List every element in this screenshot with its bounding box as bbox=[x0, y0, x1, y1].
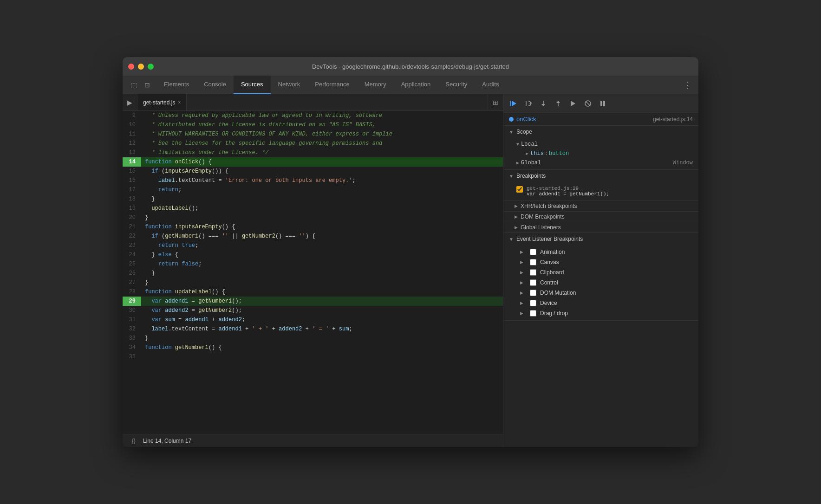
xhr-section-header[interactable]: ▶ XHR/fetch Breakpoints bbox=[503, 201, 698, 211]
global-value: Window bbox=[673, 160, 693, 166]
code-line: 27 } bbox=[123, 278, 503, 287]
inspect-icon[interactable]: ⬚ bbox=[128, 79, 140, 90]
dom-mutation-checkbox[interactable] bbox=[530, 290, 536, 296]
tab-audits[interactable]: Audits bbox=[475, 76, 506, 94]
title-bar: DevTools - googlechrome.github.io/devtoo… bbox=[123, 57, 698, 76]
control-checkbox[interactable] bbox=[530, 279, 536, 286]
event-canvas-item[interactable]: ▶ Canvas bbox=[503, 257, 698, 267]
canvas-arrow-icon: ▶ bbox=[520, 260, 523, 265]
clipboard-label: Clipboard bbox=[540, 269, 564, 276]
svg-marker-0 bbox=[512, 101, 516, 106]
breakpoint-hit-bar: onClick get-started.js:14 bbox=[503, 113, 698, 126]
pause-on-exceptions-button[interactable] bbox=[596, 98, 609, 109]
status-bar: {} Line 14, Column 17 bbox=[123, 434, 503, 447]
code-line: 31 var sum = addend1 + addend2; bbox=[123, 315, 503, 324]
code-line: 18 } bbox=[123, 194, 503, 204]
xhr-breakpoints-section: ▶ XHR/fetch Breakpoints bbox=[503, 201, 698, 212]
dom-arrow-icon: ▶ bbox=[515, 214, 518, 219]
svg-marker-8 bbox=[571, 101, 575, 106]
svg-marker-5 bbox=[541, 104, 545, 106]
minimize-button[interactable] bbox=[138, 64, 144, 70]
local-label: Local bbox=[521, 141, 538, 148]
breakpoint-item[interactable]: get-started.js:29 var addend1 = getNumbe… bbox=[503, 184, 698, 199]
traffic-lights bbox=[128, 64, 154, 70]
svg-marker-2 bbox=[529, 102, 532, 103]
event-control-item[interactable]: ▶ Control bbox=[503, 278, 698, 288]
event-animation-item[interactable]: ▶ Animation bbox=[503, 247, 698, 257]
resume-button[interactable] bbox=[507, 98, 520, 109]
code-line-29: 29 var addend1 = getNumber1(); bbox=[123, 297, 503, 306]
deactivate-breakpoints-button[interactable] bbox=[581, 98, 594, 109]
tab-console[interactable]: Console bbox=[196, 76, 234, 94]
file-tab-get-started[interactable]: get-started.js × bbox=[137, 94, 187, 110]
code-line: 15 if (inputsAreEmpty()) { bbox=[123, 167, 503, 176]
tab-memory[interactable]: Memory bbox=[357, 76, 394, 94]
dom-section-header[interactable]: ▶ DOM Breakpoints bbox=[503, 212, 698, 222]
event-listener-content: ▶ Animation ▶ Canvas ▶ bbox=[503, 245, 698, 320]
global-scope-item[interactable]: ▶ Global Window bbox=[503, 158, 698, 168]
xhr-section-title: XHR/fetch Breakpoints bbox=[521, 203, 577, 209]
breakpoint-function-label: onClick bbox=[516, 116, 536, 123]
event-clipboard-item[interactable]: ▶ Clipboard bbox=[503, 267, 698, 278]
event-listener-header[interactable]: ▼ Event Listener Breakpoints bbox=[503, 233, 698, 245]
code-line: 24 } else { bbox=[123, 250, 503, 259]
tab-elements[interactable]: Elements bbox=[156, 76, 196, 94]
step-out-button[interactable] bbox=[552, 98, 565, 109]
canvas-checkbox[interactable] bbox=[530, 259, 536, 265]
file-tab-name: get-started.js bbox=[143, 99, 175, 106]
scope-section-header[interactable]: ▼ Scope bbox=[503, 126, 698, 138]
code-line: 35 bbox=[123, 352, 503, 362]
devtools-window: DevTools - googlechrome.github.io/devtoo… bbox=[123, 57, 698, 447]
tab-application[interactable]: Application bbox=[394, 76, 438, 94]
file-tab-bar: ▶ get-started.js × ⊞ bbox=[123, 94, 503, 111]
tab-sources[interactable]: Sources bbox=[234, 76, 271, 94]
this-scope-item[interactable]: ▶ this : button bbox=[503, 149, 698, 158]
svg-rect-1 bbox=[510, 101, 511, 106]
step-button[interactable] bbox=[567, 98, 580, 109]
code-editor[interactable]: 9 * Unless required by applicable law or… bbox=[123, 111, 503, 434]
this-key: this bbox=[530, 150, 544, 157]
file-tab-close[interactable]: × bbox=[178, 100, 181, 105]
xhr-arrow-icon: ▶ bbox=[515, 204, 518, 208]
code-line: 32 label.textContent = addend1 + ' + ' +… bbox=[123, 324, 503, 334]
event-dom-mutation-item[interactable]: ▶ DOM Mutation bbox=[503, 288, 698, 298]
format-button[interactable]: ⊞ bbox=[488, 94, 503, 110]
more-tabs-button[interactable]: ⋮ bbox=[679, 80, 697, 90]
drag-drop-checkbox[interactable] bbox=[530, 310, 536, 317]
debugger-content[interactable]: onClick get-started.js:14 ▼ Scope ▼ Loca… bbox=[503, 113, 698, 447]
code-line: 33 } bbox=[123, 334, 503, 343]
toggle-sidebar-button[interactable]: ▶ bbox=[123, 94, 137, 110]
local-scope-item[interactable]: ▼ Local bbox=[503, 140, 698, 149]
control-label: Control bbox=[540, 279, 558, 286]
animation-checkbox[interactable] bbox=[530, 249, 536, 255]
global-arrow-icon: ▶ bbox=[516, 160, 519, 166]
step-into-button[interactable] bbox=[537, 98, 550, 109]
tab-performance[interactable]: Performance bbox=[307, 76, 357, 94]
breakpoints-section-header[interactable]: ▼ Breakpoints bbox=[503, 170, 698, 182]
tab-network[interactable]: Network bbox=[271, 76, 308, 94]
device-icon[interactable]: ⊡ bbox=[142, 79, 153, 90]
svg-marker-7 bbox=[556, 101, 560, 103]
device-checkbox[interactable] bbox=[530, 300, 536, 306]
breakpoint-code: var addend1 = getNumber1(); bbox=[527, 191, 609, 197]
breakpoints-section-content: get-started.js:29 var addend1 = getNumbe… bbox=[503, 182, 698, 200]
format-button[interactable]: {} bbox=[128, 437, 139, 445]
event-device-item[interactable]: ▶ Device bbox=[503, 298, 698, 308]
scope-arrow-icon: ▼ bbox=[509, 129, 514, 135]
tab-security[interactable]: Security bbox=[438, 76, 475, 94]
clipboard-checkbox[interactable] bbox=[530, 269, 536, 276]
code-line: 11 * WITHOUT WARRANTIES OR CONDITIONS OF… bbox=[123, 129, 503, 139]
breakpoint-checkbox[interactable] bbox=[516, 186, 523, 193]
scope-section-title: Scope bbox=[516, 129, 532, 135]
animation-label: Animation bbox=[540, 249, 565, 255]
global-listeners-header[interactable]: ▶ Global Listeners bbox=[503, 222, 698, 233]
event-drag-drop-item[interactable]: ▶ Drag / drop bbox=[503, 308, 698, 318]
scope-section: ▼ Scope ▼ Local ▶ this : bbox=[503, 126, 698, 170]
code-line: 16 label.textContent = 'Error: one or bo… bbox=[123, 176, 503, 185]
maximize-button[interactable] bbox=[148, 64, 154, 70]
step-over-button[interactable] bbox=[522, 98, 535, 109]
debug-toolbar bbox=[503, 94, 698, 113]
dom-breakpoints-section: ▶ DOM Breakpoints bbox=[503, 212, 698, 222]
close-button[interactable] bbox=[128, 64, 134, 70]
clipboard-arrow-icon: ▶ bbox=[520, 270, 523, 275]
